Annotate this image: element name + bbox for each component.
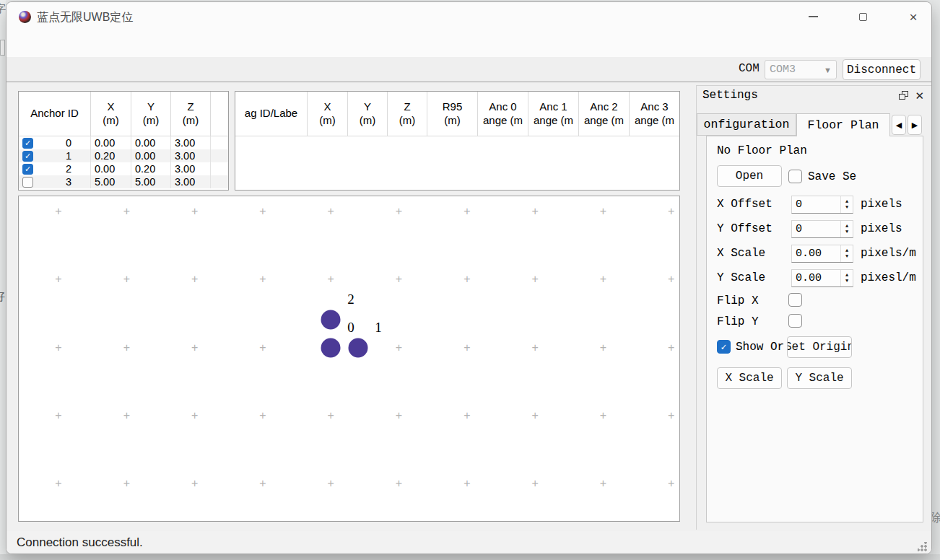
grid-cross-icon: + [259,409,266,422]
background-window-fragment [0,40,5,56]
grid-cross-icon: + [328,409,334,422]
grid-cross-icon: + [123,477,130,490]
status-bar: Connection successful. [6,531,931,554]
spinner-arrows-icon[interactable]: ▲▼ [840,270,853,286]
com-port-select[interactable]: COM3 ▼ [765,60,837,79]
flip-y-checkbox[interactable]: ✓ [788,314,802,328]
floor-plan-tab-content: No Floor Plan Open ✓ Save Se X Offset 0 … [706,136,923,522]
title-bar[interactable]: 蓝点无限UWB定位 × [6,2,931,31]
float-panel-icon[interactable] [899,91,908,100]
grid-cross-icon: + [668,409,674,422]
show-origin-label: Show Or [736,341,784,354]
save-settings-checkbox[interactable]: ✓ [788,170,802,183]
grid-cross-icon: + [55,273,61,286]
set-origin-button[interactable]: Set Origin [787,336,852,358]
grid-cross-icon: + [531,477,538,490]
desktop-icon-glyph: 好 [0,290,5,304]
open-button[interactable]: Open [717,165,782,187]
spinner-arrows-icon[interactable]: ▲▼ [840,221,853,237]
x-offset-spinbox[interactable]: 0 ▲▼ [791,196,853,214]
y-offset-spinbox[interactable]: 0 ▲▼ [791,220,853,238]
grid-cross-icon: + [55,409,61,422]
desktop-icon-glyph: 字 [0,2,6,16]
grid-cross-icon: + [55,205,61,218]
spinner-arrows-icon[interactable]: ▲▼ [840,245,853,262]
anchor-dot-label: 1 [375,320,382,336]
resize-grip[interactable] [918,542,927,551]
grid-cross-icon: + [668,477,674,490]
chevron-down-icon: ▼ [824,66,832,74]
grid-cross-icon: + [123,273,130,286]
anchor-row-1: ✓ 1 0.20 0.00 3.00 [19,149,228,162]
position-plot[interactable]: ++++++++++++++++++++++++++++++++++++++++… [18,196,680,522]
close-button[interactable]: × [897,2,930,31]
grid-cross-icon: + [259,341,266,354]
grid-cross-icon: + [600,341,606,354]
grid-cross-icon: + [191,341,198,354]
anchor-table-header-x: X(m) [91,92,131,136]
grid-cross-icon: + [328,273,334,286]
anchor-enabled-checkbox[interactable]: ✓ [22,138,33,149]
anchor-enabled-checkbox[interactable]: ✓ [22,151,33,162]
minimize-button[interactable] [796,2,830,31]
spinner-arrows-icon[interactable]: ▲▼ [840,196,853,213]
anchor-dot-0 [321,338,341,358]
grid-cross-icon: + [531,205,538,218]
tab-floor-plan[interactable]: Floor Plan [796,113,890,136]
x-scale-button[interactable]: X Scale [717,367,782,389]
grid-cross-icon: + [123,205,130,218]
close-panel-icon[interactable]: ✕ [915,90,924,101]
grid-cross-icon: + [123,409,130,422]
anchor-dot-label: 2 [347,292,354,307]
y-scale-label: Y Scale [717,271,765,284]
grid-cross-icon: + [531,273,538,286]
maximize-button[interactable] [846,2,879,31]
anchor-enabled-checkbox[interactable]: ✓ [22,164,33,175]
save-settings-label: Save Se [808,170,856,183]
anchor-dot-1 [349,338,368,358]
y-scale-button[interactable]: Y Scale [787,367,852,389]
grid-cross-icon: + [668,205,674,218]
grid-cross-icon: + [531,341,538,354]
anchor-row-0: ✓ 0 0.00 0.00 3.00 [19,136,228,149]
tag-table-header-x: X(m) [308,92,348,136]
anchor-enabled-checkbox[interactable]: ✓ [22,177,33,188]
app-window: 蓝点无限UWB定位 × View Help COM COM3 ▼ Disconn… [6,1,932,554]
tab-scroll-right-icon[interactable]: ▶ [908,115,922,135]
x-scale-unit: pixels/m [861,247,916,260]
tab-configuration[interactable]: onfiguration [697,113,796,136]
flip-y-label: Flip Y [717,315,759,328]
anchor-table: Anchor ID X(m) Y(m) Z(m) ✓ 0 0.00 0.00 3… [18,91,229,191]
grid-cross-icon: + [328,205,334,218]
toolbar: COM COM3 ▼ Disconnect [6,57,931,82]
anchor-table-header-z: Z(m) [171,92,211,136]
grid-cross-icon: + [259,273,266,286]
settings-panel: Settings ✕ onfiguration Floor Plan ◀ ▶ N… [696,85,932,530]
settings-panel-title: Settings [702,89,758,102]
minimize-icon [809,16,818,17]
disconnect-button[interactable]: Disconnect [843,59,921,80]
grid-cross-icon: + [464,477,470,490]
grid-cross-icon: + [328,477,334,490]
anchor-row-3: ✓ 3 5.00 5.00 3.00 [19,175,228,188]
anchor-table-header-id: Anchor ID [19,92,91,136]
x-scale-spinbox[interactable]: 0.00 ▲▼ [791,245,853,263]
x-offset-label: X Offset [717,198,773,211]
grid-cross-icon: + [600,409,606,422]
desktop-bottom-strip [0,554,940,560]
tag-table-header-anc3: Anc 3ange (m [630,92,679,136]
grid-cross-icon: + [464,205,470,218]
grid-cross-icon: + [396,273,402,286]
tag-table: ag ID/Labe X(m) Y(m) Z(m) R95(m) Anc 0an… [235,91,680,191]
menu-bar: View Help [6,31,931,57]
y-scale-spinbox[interactable]: 0.00 ▲▼ [791,269,853,287]
close-icon: × [909,10,917,24]
anchor-dot-label: 0 [347,320,354,336]
tab-scroll-left-icon[interactable]: ◀ [892,115,906,135]
grid-cross-icon: + [259,205,266,218]
show-origin-checkbox[interactable]: ✓ [717,340,731,354]
no-floor-plan-label: No Floor Plan [717,144,807,157]
flip-x-checkbox[interactable]: ✓ [788,293,802,307]
grid-cross-icon: + [531,409,538,422]
tag-table-header-r95: R95(m) [427,92,478,136]
